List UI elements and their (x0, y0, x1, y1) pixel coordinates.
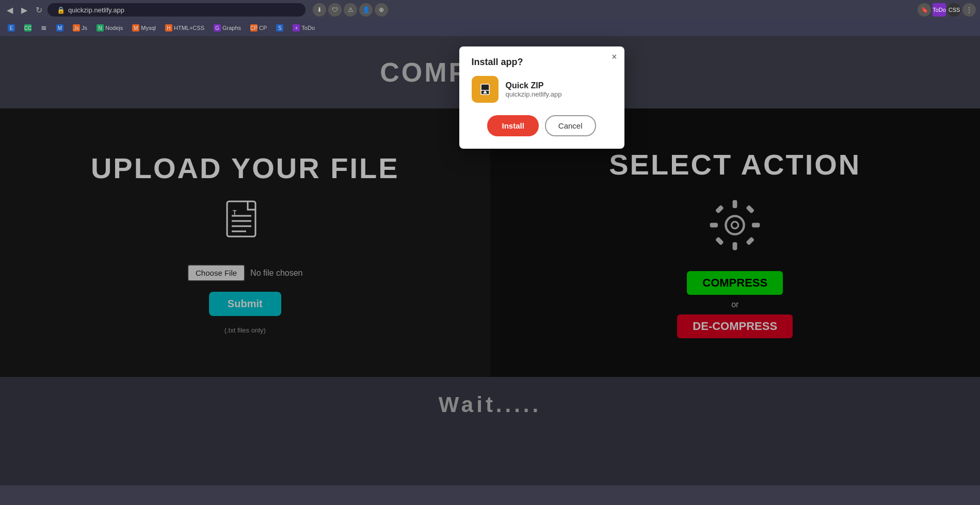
modal-actions: Install Cancel (472, 115, 612, 136)
bookmark-s-icon: S (276, 24, 283, 31)
app-name: Quick ZIP (506, 81, 562, 90)
bookmark-e-icon: E (8, 24, 15, 31)
address-bar[interactable]: 🔒 quickzip.netlify.app (47, 3, 306, 17)
page-content: COMPRESS / D UPLOAD YOUR FILE T Cho (0, 36, 980, 485)
modal-close-button[interactable]: × (612, 52, 617, 62)
bookmark-cp[interactable]: CP CP (247, 23, 270, 33)
menu-button[interactable]: ⋮ (962, 3, 976, 17)
lock-icon: 🔒 (57, 6, 65, 14)
bookmark-htmlcss-icon: H (165, 24, 172, 31)
browser-chrome: ◀ ▶ ↻ 🔒 quickzip.netlify.app ⬇ 🛡 ⚠ 👤 ⊕ 🔖… (0, 0, 980, 36)
right-toolbar: 🔖 ToDo CSS ⋮ (918, 3, 976, 17)
alert-button[interactable]: ⚠ (344, 3, 357, 17)
bookmark-cp-icon: CP (250, 24, 258, 31)
extension-button[interactable]: ⊕ (375, 3, 388, 17)
bookmark-s[interactable]: S (272, 23, 287, 33)
reload-button[interactable]: ↻ (33, 4, 44, 15)
bookmark-nodejs[interactable]: N Nodejs (93, 23, 126, 33)
bookmark-js-icon: Js (73, 24, 80, 31)
browser-actions: ⬇ 🛡 ⚠ 👤 ⊕ (313, 3, 388, 17)
browser-toolbar: ◀ ▶ ↻ 🔒 quickzip.netlify.app ⬇ 🛡 ⚠ 👤 ⊕ 🔖… (0, 0, 980, 20)
forward-button[interactable]: ▶ (19, 4, 30, 15)
modal-title: Install app? (472, 57, 612, 68)
bookmark-m-icon: M (56, 24, 63, 31)
bookmark-m[interactable]: M (53, 23, 67, 33)
bookmark-todo[interactable]: + ToDo (289, 23, 318, 33)
bookmark-cc[interactable]: CC (21, 23, 35, 33)
cancel-button[interactable]: Cancel (545, 115, 596, 136)
profile-button[interactable]: 👤 (359, 3, 373, 17)
modal-app-row: Quick ZIP quickzip.netlify.app (472, 76, 612, 103)
bookmark-mysql[interactable]: M Mysql (128, 23, 159, 33)
bookmark-e[interactable]: E (4, 23, 19, 33)
bookmark-js[interactable]: Js Js (69, 23, 91, 33)
bookmark-cc-icon: CC (24, 24, 31, 31)
back-button[interactable]: ◀ (4, 4, 15, 15)
bookmark-todo-icon: + (293, 24, 300, 31)
shield-button[interactable]: 🛡 (328, 3, 342, 17)
app-info: Quick ZIP quickzip.netlify.app (506, 81, 562, 98)
app-icon (472, 76, 499, 103)
bookmarks-bar: E CC ≋ M Js Js N Nodejs M Mysql H HTML+C… (0, 20, 980, 36)
bookmark-htmlcss[interactable]: H HTML+CSS (162, 23, 208, 33)
modal-overlay: × Install app? Quick ZIP quickzip.netlif… (0, 36, 980, 485)
install-dialog: × Install app? Quick ZIP quickzip.netlif… (459, 46, 624, 149)
bookmark-misc[interactable]: ≋ (37, 23, 51, 33)
download-button[interactable]: ⬇ (313, 3, 326, 17)
css-button[interactable]: CSS (947, 3, 961, 17)
bookmark-graphs[interactable]: G Graphs (210, 23, 245, 33)
todo-button[interactable]: ToDo (933, 3, 946, 17)
bookmark-button[interactable]: 🔖 (918, 3, 931, 17)
app-url: quickzip.netlify.app (506, 90, 562, 98)
install-button[interactable]: Install (487, 115, 538, 136)
bookmark-graphs-icon: G (214, 24, 221, 31)
bookmark-nodejs-icon: N (97, 24, 104, 31)
bookmark-mysql-icon: M (132, 24, 139, 31)
